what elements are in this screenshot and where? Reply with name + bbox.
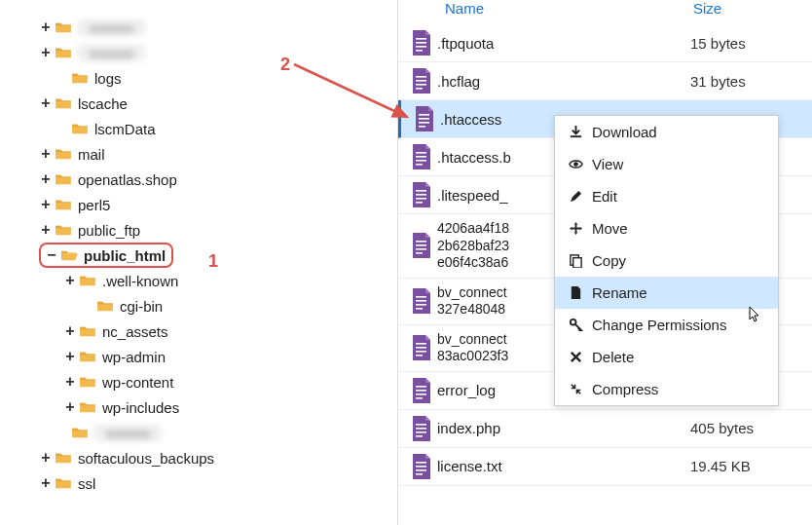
tree-toggle[interactable]: + bbox=[61, 398, 79, 416]
menu-item-move[interactable]: Move bbox=[555, 212, 778, 244]
tree-item-label: cgi-bin bbox=[120, 298, 163, 315]
pencil-icon bbox=[569, 189, 592, 204]
svg-rect-16 bbox=[416, 190, 426, 192]
svg-rect-12 bbox=[416, 152, 426, 154]
tree-item[interactable]: +nc_assets bbox=[8, 319, 389, 344]
folder-icon bbox=[55, 223, 72, 237]
svg-rect-39 bbox=[416, 435, 423, 437]
menu-item-rename[interactable]: Rename bbox=[555, 277, 778, 309]
tree-item[interactable]: +public_ftp bbox=[8, 217, 389, 243]
tree-item[interactable]: +wp-admin bbox=[8, 344, 389, 369]
file-size: 19.45 KB bbox=[690, 458, 796, 474]
tree-item[interactable]: lscmData bbox=[8, 116, 389, 141]
tree-item[interactable]: +openatlas.shop bbox=[8, 167, 389, 192]
eye-icon bbox=[569, 157, 592, 171]
highlighted-folder[interactable]: −public_html bbox=[39, 243, 173, 268]
menu-item-change-permissions[interactable]: Change Permissions bbox=[555, 309, 778, 341]
file-list-header: Name Size bbox=[398, 0, 812, 24]
file-row[interactable]: index.php405 bytes bbox=[398, 410, 812, 448]
folder-icon bbox=[55, 147, 72, 161]
svg-rect-34 bbox=[416, 394, 426, 395]
tree-toggle[interactable]: + bbox=[61, 322, 79, 340]
tree-item[interactable]: +softaculous_backups bbox=[8, 445, 389, 470]
tree-item-label: lscache bbox=[78, 95, 128, 112]
tree-toggle[interactable]: + bbox=[37, 145, 55, 163]
tree-toggle[interactable]: + bbox=[37, 94, 55, 112]
menu-item-download[interactable]: Download bbox=[555, 116, 778, 148]
file-icon bbox=[569, 285, 592, 300]
move-icon bbox=[569, 221, 592, 236]
tree-item[interactable]: cgi-bin bbox=[8, 293, 389, 319]
file-size: 405 bytes bbox=[690, 420, 796, 436]
svg-rect-13 bbox=[416, 156, 426, 158]
svg-rect-22 bbox=[416, 248, 426, 250]
tree-item[interactable]: +wp-includes bbox=[8, 394, 389, 420]
tree-item[interactable]: xxxxxx bbox=[8, 420, 389, 445]
tree-toggle[interactable]: + bbox=[61, 373, 79, 391]
menu-item-view[interactable]: View bbox=[555, 148, 778, 180]
key-icon bbox=[569, 318, 592, 332]
tree-toggle[interactable]: + bbox=[37, 221, 55, 239]
tree-item-label: wp-includes bbox=[102, 399, 179, 416]
menu-item-edit[interactable]: Edit bbox=[555, 180, 778, 212]
tree-toggle[interactable]: + bbox=[37, 170, 55, 188]
file-row[interactable]: .hcflag31 bytes bbox=[398, 62, 812, 100]
svg-rect-27 bbox=[416, 308, 423, 310]
file-row[interactable]: license.txt19.45 KB bbox=[398, 448, 812, 486]
tree-item[interactable]: +lscache bbox=[8, 91, 389, 116]
svg-rect-9 bbox=[419, 118, 429, 120]
tree-item[interactable]: +perl5 bbox=[8, 192, 389, 217]
file-icon bbox=[406, 335, 437, 360]
copy-icon bbox=[569, 253, 592, 268]
tree-item-label: mail bbox=[78, 146, 105, 163]
svg-rect-41 bbox=[416, 466, 426, 468]
tree-item[interactable]: logs bbox=[8, 65, 389, 91]
folder-icon bbox=[79, 400, 96, 414]
svg-rect-51 bbox=[573, 258, 581, 268]
tree-item-label: perl5 bbox=[78, 197, 110, 213]
tree-toggle[interactable]: + bbox=[61, 348, 79, 365]
file-row[interactable]: .ftpquota15 bytes bbox=[398, 24, 812, 62]
tree-item-label: xxxxxx bbox=[94, 425, 162, 441]
menu-item-delete[interactable]: Delete bbox=[555, 341, 778, 373]
svg-rect-18 bbox=[416, 198, 426, 200]
tree-item-label: ssl bbox=[78, 475, 95, 492]
tree-item[interactable]: −public_html bbox=[8, 243, 389, 268]
tree-item-label: nc_assets bbox=[102, 323, 168, 340]
tree-toggle[interactable]: + bbox=[37, 196, 55, 213]
file-name: .ftpquota bbox=[437, 35, 690, 52]
tree-item[interactable]: +.well-known bbox=[8, 268, 389, 293]
folder-icon bbox=[71, 71, 89, 85]
menu-item-label: Rename bbox=[592, 284, 647, 301]
folder-tree: +xxxxxx+xxxxxxlogs+lscachelscmData+mail+… bbox=[0, 0, 397, 525]
tree-item[interactable]: +wp-content bbox=[8, 369, 389, 394]
folder-icon bbox=[55, 451, 72, 465]
svg-rect-5 bbox=[416, 80, 426, 82]
svg-rect-17 bbox=[416, 194, 426, 196]
tree-item[interactable]: +ssl bbox=[8, 470, 389, 496]
menu-item-label: Download bbox=[592, 124, 657, 140]
menu-item-copy[interactable]: Copy bbox=[555, 244, 778, 277]
svg-rect-38 bbox=[416, 431, 426, 433]
tree-item[interactable]: +xxxxxx bbox=[8, 15, 389, 40]
menu-item-compress[interactable]: Compress bbox=[555, 373, 778, 405]
tree-toggle[interactable]: + bbox=[37, 474, 55, 492]
column-header-name[interactable]: Name bbox=[445, 0, 693, 17]
tree-toggle[interactable]: + bbox=[37, 449, 55, 467]
tree-toggle[interactable]: − bbox=[43, 246, 60, 264]
menu-item-label: Compress bbox=[592, 381, 658, 397]
tree-item-label: xxxxxx bbox=[78, 45, 145, 61]
tree-toggle[interactable]: + bbox=[61, 272, 79, 289]
tree-item[interactable]: +xxxxxx bbox=[8, 40, 389, 65]
tree-item[interactable]: +mail bbox=[8, 141, 389, 167]
svg-rect-14 bbox=[416, 160, 426, 162]
menu-item-label: Change Permissions bbox=[592, 317, 726, 333]
tree-item-label: public_html bbox=[84, 247, 166, 264]
tree-toggle[interactable]: + bbox=[37, 44, 55, 61]
column-header-size[interactable]: Size bbox=[693, 0, 796, 17]
tree-toggle[interactable]: + bbox=[37, 19, 55, 36]
tree-item-label: logs bbox=[94, 70, 122, 87]
file-icon bbox=[406, 182, 437, 207]
tree-item-label: wp-content bbox=[102, 374, 173, 391]
svg-rect-24 bbox=[416, 296, 426, 298]
